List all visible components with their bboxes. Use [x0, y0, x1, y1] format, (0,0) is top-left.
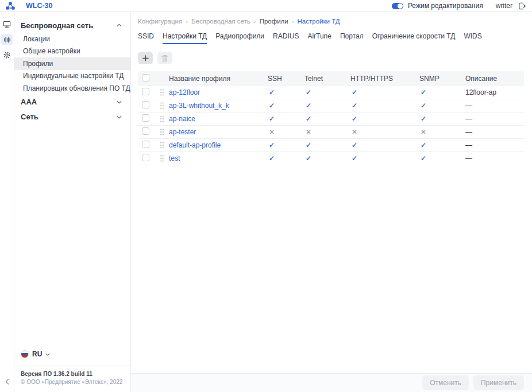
profile-name-link[interactable]: default-ap-profile [169, 141, 221, 149]
firmware-version: Версия ПО 1.36.2 build 11 [14, 370, 130, 378]
sidebar-section-1[interactable]: AAA [14, 95, 130, 110]
apply-button[interactable]: Применить [473, 375, 524, 390]
content-body: Конфигурация›Беспроводная сеть›Профили›Н… [131, 12, 532, 373]
top-bar: WLC-30 Режим редактирования writer [0, 0, 532, 12]
row-drag-handle[interactable] [155, 154, 169, 162]
column-header-http: HTTP/HTTPS [350, 75, 419, 83]
app-window: WLC-30 Режим редактирования writer [0, 0, 532, 392]
page-title: WLC-30 [26, 2, 53, 10]
profiles-table-body: ap-12floor✓✓✓✓12floor-apap-3L-whithout_k… [138, 86, 524, 165]
russia-flag-icon [21, 350, 29, 358]
select-all-checkbox[interactable] [142, 74, 149, 81]
tab-радиопрофили[interactable]: Радиопрофили [215, 32, 264, 44]
row-checkbox[interactable] [142, 154, 149, 161]
snmp-status: ✓ [419, 154, 465, 162]
description-cell: — [465, 115, 524, 123]
profiles-table: Название профиля SSH Telnet HTTP/HTTPS S… [138, 71, 524, 165]
profile-name-link[interactable]: ap-12floor [169, 88, 200, 96]
sidebar-item-общие-настройки[interactable]: Общие настройки [14, 45, 130, 58]
sidebar-item-профили[interactable]: Профили [14, 57, 130, 70]
edit-mode-toggle[interactable] [392, 3, 403, 9]
sidebar-item-локации[interactable]: Локации [14, 33, 130, 45]
table-header-row: Название профиля SSH Telnet HTTP/HTTPS S… [138, 71, 524, 86]
settings-gear-icon[interactable] [1, 49, 13, 61]
breadcrumb-item[interactable]: Конфигурация [138, 18, 182, 25]
row-drag-handle[interactable] [155, 141, 169, 149]
copyright-text: © ООО «Предприятие «Элтекс», 2022 [14, 378, 130, 386]
ssh-status: ✓ [268, 141, 304, 149]
row-checkbox-cell [138, 100, 155, 111]
profile-name-link[interactable]: test [169, 154, 180, 162]
tab-ssid[interactable]: SSID [138, 32, 154, 44]
description-cell: — [465, 102, 524, 110]
drag-dots-icon [160, 88, 164, 96]
drag-dots-icon [160, 128, 164, 136]
row-checkbox[interactable] [142, 88, 149, 95]
row-checkbox[interactable] [142, 114, 149, 122]
profile-name-link[interactable]: ap-naice [169, 115, 195, 123]
delete-profile-button[interactable] [157, 52, 172, 64]
add-profile-button[interactable] [138, 52, 153, 64]
breadcrumb-separator: › [186, 18, 188, 25]
logout-icon[interactable] [518, 2, 526, 10]
wireless-icon[interactable] [1, 34, 13, 45]
profile-name-cell: ap-12floor [169, 88, 268, 96]
http-status: ✕ [350, 128, 419, 136]
profile-name-cell: ap-naice [169, 115, 268, 123]
profile-name-cell: ap-tester [169, 128, 268, 136]
language-selector[interactable]: RU [14, 347, 130, 361]
sidebar-item-индивидуальные-настройки-тд[interactable]: Индивидуальные настройки ТД [14, 70, 130, 83]
row-checkbox[interactable] [142, 141, 149, 148]
row-checkbox-cell [138, 140, 155, 150]
profile-name-link[interactable]: ap-3L-whithout_k_k [169, 102, 229, 110]
tab-airtune[interactable]: AirTune [307, 32, 331, 44]
tab-настройки-тд[interactable]: Настройки ТД [163, 32, 207, 44]
tab-wids[interactable]: WIDS [464, 32, 481, 44]
content: Конфигурация›Беспроводная сеть›Профили›Н… [131, 12, 532, 392]
http-status: ✓ [350, 102, 419, 110]
table-row: default-ap-profile✓✓✓✓— [138, 139, 524, 152]
sidebar-section-2[interactable]: Сеть [14, 110, 130, 125]
language-code: RU [32, 350, 42, 358]
snmp-status: ✓ [419, 115, 465, 123]
table-row: ap-3L-whithout_k_k✓✓✓✓— [138, 99, 524, 112]
profile-name-cell: default-ap-profile [169, 141, 268, 149]
telnet-status: ✓ [304, 141, 350, 149]
snmp-status: ✓ [419, 141, 465, 149]
profile-name-link[interactable]: ap-tester [169, 128, 196, 136]
edit-mode-label: Режим редактирования [408, 2, 483, 10]
sidebar-section-label: AAA [21, 98, 37, 106]
tab-radius[interactable]: RADIUS [273, 32, 299, 44]
row-checkbox[interactable] [142, 101, 149, 108]
description-cell: — [465, 128, 524, 136]
chevron-down-icon [117, 100, 122, 104]
row-drag-handle[interactable] [155, 88, 169, 96]
cancel-button[interactable]: Отменить [422, 375, 469, 390]
topbar-right: Режим редактирования writer [392, 2, 526, 10]
row-drag-handle[interactable] [155, 115, 169, 123]
row-drag-handle[interactable] [155, 128, 169, 136]
column-header-telnet: Telnet [304, 75, 350, 83]
breadcrumb-item[interactable]: Профили [260, 18, 288, 25]
breadcrumb: Конфигурация›Беспроводная сеть›Профили›Н… [138, 18, 524, 25]
profile-name-cell: ap-3L-whithout_k_k [169, 102, 268, 110]
app-logo-icon [6, 2, 15, 10]
breadcrumb-separator: › [292, 18, 294, 25]
table-toolbar [138, 52, 524, 64]
collapse-sidebar-icon[interactable] [1, 381, 13, 392]
row-checkbox-cell [138, 153, 155, 164]
sidebar-section-label: Беспроводная сеть [21, 21, 93, 30]
tab-ограничение-скорости-тд[interactable]: Ограничение скорости ТД [372, 32, 456, 44]
tab-портал[interactable]: Портал [340, 32, 364, 44]
ssh-status: ✓ [268, 154, 304, 162]
monitoring-icon[interactable] [1, 18, 13, 30]
profile-name-cell: test [169, 154, 268, 162]
row-checkbox[interactable] [142, 127, 149, 135]
row-checkbox-cell [138, 114, 155, 124]
row-drag-handle[interactable] [155, 102, 169, 110]
sidebar-section-0[interactable]: Беспроводная сеть [14, 18, 130, 33]
sidebar-item-планировщик-обновления-по-тд[interactable]: Планировщик обновления ПО ТД [14, 82, 130, 95]
main-area: Беспроводная сетьЛокацииОбщие настройкиП… [0, 12, 532, 392]
breadcrumb-item[interactable]: Настройки ТД [298, 18, 340, 25]
breadcrumb-item[interactable]: Беспроводная сеть [191, 18, 250, 25]
